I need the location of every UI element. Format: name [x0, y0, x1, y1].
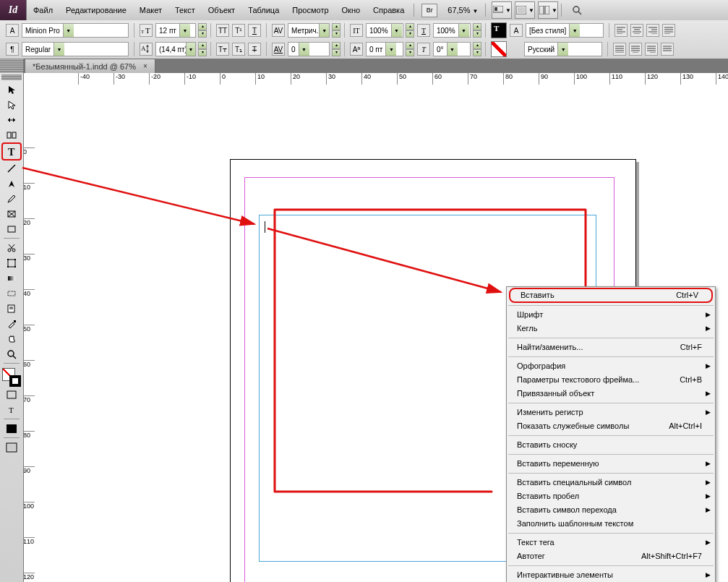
- stroke-color-icon[interactable]: [491, 41, 507, 57]
- justify-icon[interactable]: [662, 24, 675, 37]
- character-style-combo[interactable]: [Без стиля]▼: [526, 23, 604, 38]
- context-menu-item[interactable]: Вставить символ перехода▶: [507, 503, 715, 517]
- gap-tool-icon[interactable]: [3, 127, 20, 142]
- pencil-tool-icon[interactable]: [3, 191, 20, 206]
- panel-gripper-icon[interactable]: [1, 74, 22, 80]
- menu-edit[interactable]: Редактирование: [59, 0, 133, 20]
- context-menu-item[interactable]: Вставить специальный символ▶: [507, 476, 715, 489]
- app-logo-icon: Id: [0, 0, 27, 20]
- language-combo[interactable]: Русский▼: [524, 42, 602, 56]
- zoom-tool-icon[interactable]: [3, 346, 20, 361]
- paragraph-mode-icon[interactable]: ¶: [6, 43, 19, 56]
- context-menu-item[interactable]: Привязанный объект▶: [507, 387, 715, 401]
- align-right-icon[interactable]: [646, 24, 659, 37]
- baseline-shift-combo[interactable]: 0 пт▼: [366, 42, 403, 56]
- view-options-icon[interactable]: ▼: [492, 1, 512, 19]
- fill-color-icon[interactable]: T: [491, 22, 507, 38]
- justify-all-center-icon[interactable]: [629, 43, 642, 56]
- hand-tool-icon[interactable]: [3, 331, 20, 346]
- character-mode-icon[interactable]: A: [6, 24, 19, 37]
- stroke-swatch-icon[interactable]: [9, 375, 21, 387]
- context-menu-item[interactable]: Параметры текстового фрейма...Ctrl+B: [507, 373, 715, 387]
- font-size-combo[interactable]: 12 пт▼: [155, 23, 196, 38]
- page-tool-icon[interactable]: [3, 112, 20, 127]
- gradient-feather-tool-icon[interactable]: [3, 286, 20, 301]
- arrange-documents-icon[interactable]: ▼: [538, 1, 558, 19]
- eyedropper-tool-icon[interactable]: [3, 316, 20, 331]
- formatting-text-icon[interactable]: T: [3, 402, 20, 417]
- bridge-icon[interactable]: Br: [421, 4, 437, 17]
- leading-combo[interactable]: (14,4 пт)▼: [155, 42, 196, 56]
- context-menu-item[interactable]: ВставитьCtrl+V: [509, 288, 713, 303]
- zoom-level[interactable]: 67,5%▼: [443, 6, 482, 14]
- context-menu-item[interactable]: Текст тега▶: [507, 536, 715, 549]
- ruler-tick: 140: [716, 73, 728, 85]
- subscript-icon[interactable]: T₁: [232, 43, 245, 56]
- rectangle-frame-tool-icon[interactable]: [3, 206, 20, 221]
- justify-all-left-icon[interactable]: [613, 43, 626, 56]
- context-menu-item-shortcut: Alt+Shift+Ctrl+F7: [641, 549, 702, 563]
- strikethrough-icon[interactable]: T: [248, 43, 261, 56]
- fill-stroke-swatch[interactable]: [2, 368, 21, 387]
- context-menu-item[interactable]: Шрифт▶: [507, 308, 715, 322]
- ruler-tick: 130: [680, 73, 693, 85]
- context-menu-item[interactable]: Кегль▶: [507, 322, 715, 335]
- free-transform-tool-icon[interactable]: [3, 255, 20, 270]
- close-icon[interactable]: ×: [143, 62, 147, 70]
- superscript-icon[interactable]: T¹: [232, 24, 245, 37]
- menu-text[interactable]: Текст: [168, 0, 202, 20]
- note-tool-icon[interactable]: [3, 301, 20, 316]
- context-menu-item[interactable]: Интерактивные элементы▶: [507, 568, 715, 582]
- skew-combo[interactable]: 0°▼: [433, 42, 471, 56]
- justify-all-right-icon[interactable]: [645, 43, 658, 56]
- scissors-tool-icon[interactable]: [3, 240, 20, 255]
- context-menu-item[interactable]: Вставить пробел▶: [507, 489, 715, 503]
- align-center-icon[interactable]: [630, 24, 643, 37]
- all-caps-icon[interactable]: TT: [216, 24, 229, 37]
- document-tab[interactable]: *Безымянный-1.indd @ 67% ×: [25, 59, 155, 73]
- menu-table[interactable]: Таблица: [241, 0, 286, 20]
- line-tool-icon[interactable]: [3, 161, 20, 176]
- context-menu-item[interactable]: Орфография▶: [507, 359, 715, 373]
- context-menu-item[interactable]: Вставить переменную▶: [507, 457, 715, 471]
- context-menu-item[interactable]: Заполнить шаблонным текстом: [507, 517, 715, 531]
- direct-selection-tool-icon[interactable]: [3, 97, 20, 112]
- context-menu-item[interactable]: Вставить сноску: [507, 438, 715, 452]
- panel-gripper-icon[interactable]: [0, 59, 23, 73]
- type-tool-icon[interactable]: T: [1, 142, 22, 161]
- skew-icon: T: [417, 43, 430, 56]
- menu-file[interactable]: Файл: [27, 0, 59, 20]
- vertical-ruler[interactable]: 0102030405060708090100110120130140150160…: [23, 85, 35, 582]
- rectangle-tool-icon[interactable]: [3, 221, 20, 236]
- align-toward-spine-icon[interactable]: [661, 43, 674, 56]
- horizontal-ruler[interactable]: -40-30-20-100102030405060708090100110120…: [23, 73, 728, 85]
- vertical-scale-combo[interactable]: 100%▼: [366, 23, 403, 38]
- pen-tool-icon[interactable]: [3, 176, 20, 191]
- font-family-combo[interactable]: Minion Pro▼: [22, 23, 129, 38]
- font-style-combo[interactable]: Regular▼: [22, 42, 129, 56]
- screen-mode-icon[interactable]: ▼: [515, 1, 535, 19]
- horizontal-scale-combo[interactable]: 100%▼: [433, 23, 471, 38]
- menu-help[interactable]: Справка: [367, 0, 411, 20]
- gradient-swatch-tool-icon[interactable]: [3, 270, 20, 286]
- context-menu-item[interactable]: АвтотегAlt+Shift+Ctrl+F7: [507, 549, 715, 563]
- apply-color-icon[interactable]: [3, 421, 20, 436]
- menu-object[interactable]: Объект: [202, 0, 241, 20]
- search-icon[interactable]: [568, 2, 586, 18]
- context-menu-item[interactable]: Изменить регистр▶: [507, 406, 715, 419]
- tracking-combo[interactable]: 0▼: [288, 42, 330, 56]
- context-menu-item[interactable]: Показать служебные символыAlt+Ctrl+I: [507, 419, 715, 433]
- kerning-combo[interactable]: Метрич.▼: [288, 23, 330, 38]
- selection-tool-icon[interactable]: [3, 82, 20, 97]
- formatting-container-icon[interactable]: [3, 387, 20, 402]
- menu-window[interactable]: Окно: [335, 0, 367, 20]
- context-menu-item[interactable]: Найти/заменить...Ctrl+F: [507, 341, 715, 354]
- screen-mode-tool-icon[interactable]: [3, 440, 20, 455]
- menu-layout[interactable]: Макет: [133, 0, 168, 20]
- small-caps-icon[interactable]: Tᴛ: [216, 43, 229, 56]
- submenu-arrow-icon: ▶: [706, 406, 711, 419]
- align-left-icon[interactable]: [614, 24, 628, 37]
- char-style-quick-apply-icon[interactable]: A: [510, 24, 523, 37]
- underline-icon[interactable]: T: [248, 24, 261, 37]
- menu-view[interactable]: Просмотр: [286, 0, 335, 20]
